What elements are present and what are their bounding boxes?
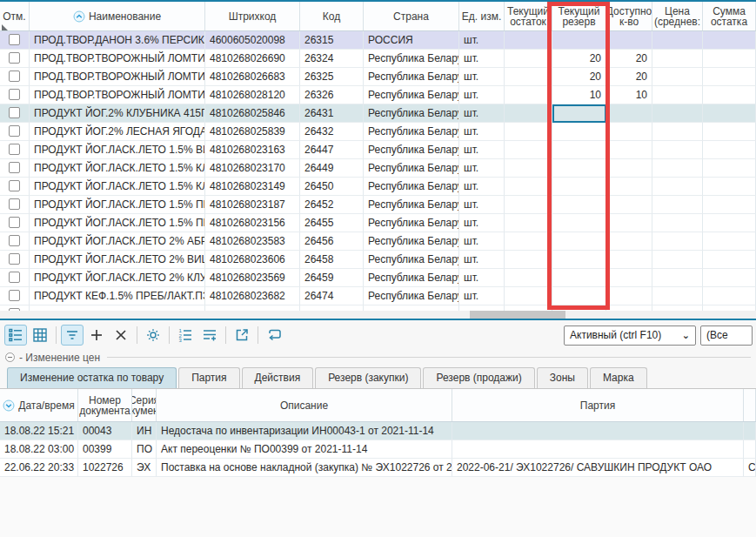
column-header-barcode[interactable]: Штрихкод (205, 2, 300, 30)
table-row[interactable]: ПРОД.ТВОР.ТВОРОЖНЫЙ ЛОМТИК48102680266832… (0, 68, 756, 86)
history-column-header-number[interactable]: Номер документа (78, 389, 132, 421)
table-row[interactable]: ПРОД.ТВОР.ДАНОН 3.6% ПЕРСИК/А46006050200… (0, 31, 756, 50)
table-row[interactable]: ПРОДУКТ ЙОГ.ЛАСК.ЛЕТО 2% КЛУБ48102680235… (0, 269, 756, 287)
cell-price (652, 232, 703, 251)
cell-country: Республика Беларусь (364, 287, 459, 305)
tab-1[interactable]: Партия (178, 367, 239, 388)
row-checkbox[interactable] (9, 70, 20, 82)
settings-button[interactable] (142, 325, 164, 346)
cell-code: 26432 (300, 123, 364, 141)
tab-stock-change[interactable]: Изменение остатка по товару (7, 367, 177, 388)
row-checkbox[interactable] (9, 89, 20, 100)
cell-code: 26449 (300, 159, 364, 178)
tab-5[interactable]: Зоны (537, 367, 588, 388)
collapse-icon[interactable] (5, 352, 15, 362)
column-header-name[interactable]: Наименование (30, 2, 205, 30)
add-row-button[interactable] (198, 325, 221, 346)
cell-unit: шт. (459, 104, 505, 123)
column-header-otm[interactable]: Отм. (0, 2, 30, 30)
cell-name: ПРОДУКТ ЙОГ.ЛАСК.ЛЕТО 1.5% ВИШ (30, 141, 205, 159)
row-checkbox[interactable] (9, 290, 20, 301)
numbered-list-button[interactable]: 123 (174, 325, 197, 346)
row-checkbox[interactable] (9, 235, 20, 246)
add-button[interactable] (85, 325, 108, 346)
column-header-sum[interactable]: Сумма остатка (703, 2, 756, 30)
history-row[interactable]: 22.06.22 20:331022726ЭХПоставка на основ… (0, 459, 756, 477)
cell-barcode: 4810268028120 (205, 86, 300, 104)
horizontal-scrollbar[interactable] (0, 311, 756, 319)
filter-button[interactable] (61, 325, 84, 346)
column-header-label: Сумма остатка (705, 6, 753, 27)
table-row[interactable]: ПРОД.ТВОР.ТВОРОЖНЫЙ ЛОМТИК48102680266902… (0, 50, 756, 68)
table-row[interactable]: ПРОДУКТ ЙОГ.2% КЛУБНИКА 415Г С4810268025… (0, 104, 756, 123)
column-header-reserve[interactable]: Текущий резерв (552, 2, 606, 30)
table-row[interactable]: ПРОДУКТ ЙОГ.ЛАСК.ЛЕТО 1.5% КЛУ4810268023… (0, 178, 756, 196)
row-checkbox[interactable] (9, 162, 20, 173)
cell-stock (505, 232, 552, 251)
status-filter-dropdown[interactable]: Активный (ctrl F10)⌄ (564, 326, 696, 346)
cell-reserve (552, 141, 606, 159)
column-header-price[interactable]: Цена (среднев: (652, 2, 703, 30)
horizontal-scrollbar-thumb[interactable] (470, 311, 565, 319)
table-row[interactable]: ПРОДУКТ ЙОГ.ЛАСК.ЛЕТО 2% АБРИ48102680235… (0, 232, 756, 251)
column-header-unit[interactable]: Ед. изм. (459, 2, 505, 30)
tab-4[interactable]: Резерв (продажи) (423, 367, 534, 388)
row-checkbox[interactable] (9, 34, 20, 45)
cell-batch (452, 422, 744, 440)
cell-stock (505, 86, 552, 104)
cell-extra (744, 440, 756, 459)
column-header-label: Текущий резерв (554, 6, 604, 27)
history-row[interactable]: 18.08.22 03:0000399ПОАкт переоценки № ПО… (0, 440, 756, 459)
column-header-country[interactable]: Страна (364, 2, 459, 30)
row-checkbox[interactable] (9, 52, 20, 64)
status-filter-value: Активный (ctrl F10) (570, 329, 661, 341)
view-grid-button[interactable] (29, 325, 51, 346)
row-checkbox[interactable] (9, 272, 20, 283)
column-header-label: Доступно к-во (606, 6, 652, 27)
focused-cell[interactable] (552, 104, 606, 123)
table-row[interactable]: ПРОДУКТ ЙОГ.2% ЛЕСНАЯ ЯГОДА 448102680258… (0, 123, 756, 141)
refresh-button[interactable] (263, 325, 285, 346)
toolbar-separator (225, 326, 226, 344)
cell-available: 20 (606, 50, 652, 68)
column-header-label: Отм. (3, 11, 25, 22)
table-row[interactable]: ПРОДУКТ ЙОГ.ЛАСК.ЛЕТО 1.5% КЛУ4810268023… (0, 159, 756, 178)
table-row[interactable]: ПРОДУКТ КЕФ.1.5% ПРЕБ/ЛАКТ.ПЭТ4810268023… (0, 287, 756, 305)
column-header-code[interactable]: Код (300, 2, 364, 30)
table-row[interactable]: ПРОДУКТ ЙОГ.ЛАСК.ЛЕТО 1.5% ПЕР4810268023… (0, 214, 756, 232)
tab-3[interactable]: Резерв (закупки) (315, 367, 421, 388)
history-column-header-extra[interactable] (744, 389, 756, 421)
history-column-header-batch[interactable]: Партия (452, 389, 744, 421)
cell-sum (703, 232, 756, 251)
row-checkbox[interactable] (9, 217, 20, 228)
tab-6[interactable]: Марка (590, 367, 647, 388)
table-row[interactable]: ПРОДУКТ ЙОГ.ЛАСК.ЛЕТО 1.5% ПЕР4810268023… (0, 196, 756, 214)
open-external-button[interactable] (231, 325, 253, 346)
column-header-available[interactable]: Доступно к-во (606, 2, 652, 30)
table-row[interactable]: ПРОДУКТ ЙОГ.ЛАСК.ЛЕТО 1.5% ВИШ4810268023… (0, 141, 756, 159)
row-checkbox[interactable] (9, 253, 20, 265)
cell-barcode: 4810268023606 (205, 251, 300, 269)
row-checkbox[interactable] (9, 125, 20, 137)
delete-button[interactable] (110, 325, 132, 346)
secondary-filter-dropdown[interactable]: (Все (700, 326, 753, 346)
table-row[interactable]: ПРОДУКТ ЙОГ.ЛАСК.ЛЕТО 2% ВИШН48102680236… (0, 251, 756, 269)
row-checkbox[interactable] (9, 144, 20, 155)
history-row[interactable]: 18.08.22 15:2100043ИННедостача по инвент… (0, 422, 756, 440)
history-column-header-description[interactable]: Описание (157, 389, 452, 421)
column-header-stock[interactable]: Текущий остаток (505, 2, 552, 30)
history-column-header-series[interactable]: Серия документа (132, 389, 157, 421)
cell-unit: шт. (459, 196, 505, 214)
table-row[interactable]: ПРОД.ТВОР.ТВОРОЖНЫЙ ЛОМТИК48102680281202… (0, 86, 756, 104)
row-checkbox[interactable] (9, 107, 20, 118)
view-list-button[interactable] (4, 325, 27, 346)
cell-available (606, 141, 652, 159)
cell-code: 26431 (300, 104, 364, 123)
cell-reserve (552, 178, 606, 196)
cell-available (606, 214, 652, 232)
tab-2[interactable]: Действия (242, 367, 314, 388)
cell-otm (0, 86, 30, 104)
row-checkbox[interactable] (9, 198, 20, 210)
row-checkbox[interactable] (9, 180, 20, 191)
history-column-header-date[interactable]: Дата/время (0, 389, 78, 421)
